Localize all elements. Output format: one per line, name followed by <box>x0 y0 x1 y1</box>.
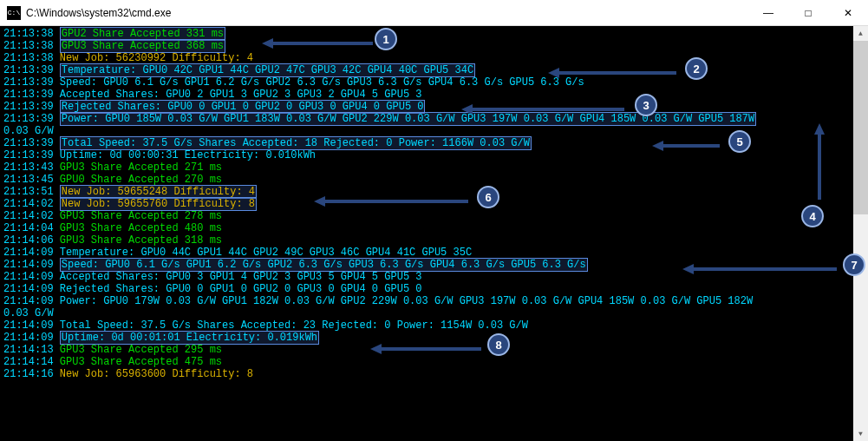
cmd-icon: C:\ <box>7 6 21 20</box>
timestamp: 21:13:39 <box>3 137 54 149</box>
timestamp: 21:13:39 <box>3 76 54 89</box>
terminal-line: 21:13:38 GPU2 Share Accepted 331 ms <box>3 28 865 40</box>
terminal-line: 21:13:38 New Job: 56230992 Difficulty: 4 <box>3 52 865 64</box>
timestamp: 21:13:39 <box>3 89 54 101</box>
terminal-line: 21:13:39 Total Speed: 37.5 G/s Shares Ac… <box>3 137 865 149</box>
log-text: Total Speed: 37.5 G/s Shares Accepted: 2… <box>60 319 528 332</box>
close-button[interactable]: ✕ <box>828 0 868 26</box>
log-text: GPU3 Share Accepted 368 ms <box>60 39 225 53</box>
terminal-line: 21:13:51 New Job: 59655248 Difficulty: 4 <box>3 186 865 198</box>
terminal-line: 21:13:39 Speed: GPU0 6.1 G/s GPU1 6.2 G/… <box>3 76 865 89</box>
terminal-line: 21:14:09 Accepted Shares: GPU0 3 GPU1 4 … <box>3 271 865 283</box>
log-text: GPU3 Share Accepted 271 ms <box>60 161 222 174</box>
log-text: GPU0 Share Accepted 270 ms <box>60 174 222 186</box>
terminal-line: 0.03 G/W <box>3 307 865 319</box>
log-text: GPU3 Share Accepted 295 ms <box>60 344 222 356</box>
scrollbar-thumb[interactable] <box>853 41 868 214</box>
log-text: GPU3 Share Accepted 475 ms <box>60 356 222 368</box>
log-text: Accepted Shares: GPU0 3 GPU1 4 GPU2 3 GP… <box>60 271 422 283</box>
log-text: GPU3 Share Accepted 318 ms <box>60 234 222 247</box>
timestamp: 21:13:39 <box>3 64 54 76</box>
timestamp: 21:14:06 <box>3 234 54 247</box>
terminal-line: 21:14:09 Power: GPU0 179W 0.03 G/W GPU1 … <box>3 295 865 307</box>
terminal-line: 21:14:09 Uptime: 0d 00:01:01 Electricity… <box>3 332 865 344</box>
terminal-line: 21:13:39 Accepted Shares: GPU0 2 GPU1 3 … <box>3 89 865 101</box>
terminal-line: 21:14:09 Rejected Shares: GPU0 0 GPU1 0 … <box>3 283 865 295</box>
window-title: C:\Windows\system32\cmd.exe <box>26 7 748 19</box>
terminal-line: 21:14:14 GPU3 Share Accepted 475 ms <box>3 356 865 368</box>
timestamp: 21:14:09 <box>3 332 54 344</box>
log-text: GPU3 Share Accepted 480 ms <box>60 222 222 234</box>
titlebar[interactable]: C:\ C:\Windows\system32\cmd.exe ― □ ✕ <box>0 0 868 26</box>
terminal-line: 21:14:09 Temperature: GPU0 44C GPU1 44C … <box>3 247 865 259</box>
log-text: 0.03 G/W <box>3 307 54 319</box>
terminal-line: 21:14:02 GPU3 Share Accepted 278 ms <box>3 210 865 222</box>
timestamp: 21:14:04 <box>3 222 54 234</box>
log-text: Power: GPU0 185W 0.03 G/W GPU1 183W 0.03… <box>60 112 756 126</box>
terminal-line: 21:14:16 New Job: 65963600 Difficulty: 8 <box>3 368 865 380</box>
log-text: New Job: 65963600 Difficulty: 8 <box>60 368 253 380</box>
log-text: GPU3 Share Accepted 278 ms <box>60 210 222 222</box>
terminal-line: 21:14:09 Total Speed: 37.5 G/s Shares Ac… <box>3 319 865 332</box>
log-text: Speed: GPU0 6.1 G/s GPU1 6.2 G/s GPU2 6.… <box>60 76 584 89</box>
terminal-line: 21:13:39 Power: GPU0 185W 0.03 G/W GPU1 … <box>3 113 865 125</box>
timestamp: 21:13:38 <box>3 28 54 40</box>
terminal-line: 21:14:13 GPU3 Share Accepted 295 ms <box>3 344 865 356</box>
timestamp: 21:13:38 <box>3 40 54 52</box>
timestamp: 21:13:39 <box>3 113 54 125</box>
log-text: Accepted Shares: GPU0 2 GPU1 3 GPU2 3 GP… <box>60 89 422 101</box>
terminal-line: 21:14:02 New Job: 59655760 Difficulty: 8 <box>3 198 865 210</box>
timestamp: 21:13:39 <box>3 101 54 113</box>
scroll-up-button[interactable]: ▲ <box>853 26 868 41</box>
timestamp: 21:14:14 <box>3 356 54 368</box>
terminal-line: 21:14:04 GPU3 Share Accepted 480 ms <box>3 222 865 234</box>
timestamp: 21:13:45 <box>3 174 54 186</box>
terminal-line: 21:14:09 Speed: GPU0 6.1 G/s GPU1 6.2 G/… <box>3 259 865 271</box>
terminal-line: 21:14:06 GPU3 Share Accepted 318 ms <box>3 234 865 247</box>
timestamp: 21:14:13 <box>3 344 54 356</box>
terminal-line: 21:13:39 Rejected Shares: GPU0 0 GPU1 0 … <box>3 101 865 113</box>
timestamp: 21:14:02 <box>3 210 54 222</box>
log-text: New Job: 56230992 Difficulty: 4 <box>60 52 253 64</box>
timestamp: 21:14:09 <box>3 259 54 271</box>
terminal-line: 0.03 G/W <box>3 125 865 137</box>
terminal-line: 21:13:43 GPU3 Share Accepted 271 ms <box>3 161 865 174</box>
terminal-output[interactable]: 21:13:38 GPU2 Share Accepted 331 ms21:13… <box>0 26 868 441</box>
timestamp: 21:14:16 <box>3 368 54 380</box>
timestamp: 21:13:39 <box>3 149 54 161</box>
log-text: Uptime: 0d 00:01:01 Electricity: 0.019kW… <box>60 331 319 345</box>
log-text: Total Speed: 37.5 G/s Shares Accepted: 1… <box>60 136 532 150</box>
scroll-down-button[interactable]: ▼ <box>853 426 868 441</box>
timestamp: 21:14:09 <box>3 271 54 283</box>
maximize-button[interactable]: □ <box>788 0 828 26</box>
timestamp: 21:14:02 <box>3 198 54 210</box>
timestamp: 21:13:51 <box>3 186 54 198</box>
log-text: Rejected Shares: GPU0 0 GPU1 0 GPU2 0 GP… <box>60 283 422 295</box>
log-text: Temperature: GPU0 44C GPU1 44C GPU2 49C … <box>60 247 472 259</box>
log-text: Power: GPU0 179W 0.03 G/W GPU1 182W 0.03… <box>60 295 753 307</box>
timestamp: 21:13:43 <box>3 161 54 174</box>
timestamp: 21:13:38 <box>3 52 54 64</box>
log-text: New Job: 59655760 Difficulty: 8 <box>60 197 257 211</box>
log-text: Temperature: GPU0 42C GPU1 44C GPU2 47C … <box>60 63 475 77</box>
terminal-line: 21:13:39 Temperature: GPU0 42C GPU1 44C … <box>3 64 865 76</box>
terminal-line: 21:13:38 GPU3 Share Accepted 368 ms <box>3 40 865 52</box>
vertical-scrollbar[interactable]: ▲ ▼ <box>853 26 868 441</box>
timestamp: 21:14:09 <box>3 247 54 259</box>
terminal-line: 21:13:45 GPU0 Share Accepted 270 ms <box>3 174 865 186</box>
timestamp: 21:14:09 <box>3 319 54 332</box>
minimize-button[interactable]: ― <box>748 0 788 26</box>
timestamp: 21:14:09 <box>3 283 54 295</box>
terminal-line: 21:13:39 Uptime: 0d 00:00:31 Electricity… <box>3 149 865 161</box>
log-text: Speed: GPU0 6.1 G/s GPU1 6.2 G/s GPU2 6.… <box>60 258 588 272</box>
timestamp: 21:14:09 <box>3 295 54 307</box>
log-text: 0.03 G/W <box>3 125 54 137</box>
log-text: Uptime: 0d 00:00:31 Electricity: 0.010kW… <box>60 149 316 161</box>
